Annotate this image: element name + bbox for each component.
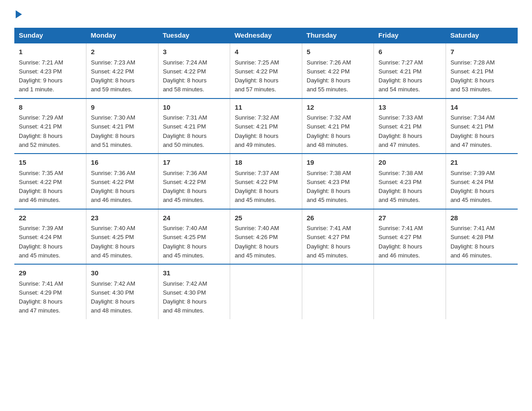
day-number: 9 [91, 103, 154, 113]
sunrise-info: Sunrise: 7:36 AM [163, 170, 207, 176]
weekday-header-saturday: Saturday [446, 28, 518, 43]
sunset-info: Sunset: 4:27 PM [378, 234, 421, 240]
sunrise-info: Sunrise: 7:25 AM [235, 59, 279, 66]
sunrise-info: Sunrise: 7:40 AM [163, 225, 207, 231]
daylight-info: Daylight: 9 hours [19, 77, 63, 84]
daylight-info: Daylight: 8 hours [307, 188, 351, 194]
sunset-info: Sunset: 4:21 PM [378, 123, 421, 130]
sunset-info: Sunset: 4:28 PM [450, 234, 493, 240]
calendar-day-19: 19 Sunrise: 7:38 AM Sunset: 4:23 PM Dayl… [302, 154, 374, 209]
daylight-info: Daylight: 8 hours [235, 243, 279, 250]
calendar-day-15: 15 Sunrise: 7:35 AM Sunset: 4:22 PM Dayl… [14, 154, 86, 209]
day-number: 19 [307, 158, 369, 168]
daylight-info2: and 45 minutes. [307, 252, 348, 259]
daylight-info: Daylight: 8 hours [307, 77, 351, 84]
daylight-info: Daylight: 8 hours [19, 298, 63, 305]
sunset-info: Sunset: 4:25 PM [91, 234, 134, 240]
daylight-info2: and 45 minutes. [163, 252, 205, 259]
sunset-info: Sunset: 4:24 PM [450, 179, 493, 185]
daylight-info2: and 48 minutes. [307, 141, 348, 148]
calendar-day-25: 25 Sunrise: 7:40 AM Sunset: 4:26 PM Dayl… [230, 209, 302, 265]
calendar-day-empty [230, 264, 302, 319]
daylight-info: Daylight: 8 hours [450, 133, 494, 139]
daylight-info: Daylight: 8 hours [91, 243, 135, 250]
day-number: 17 [163, 158, 226, 168]
sunrise-info: Sunrise: 7:41 AM [378, 225, 423, 231]
calendar-day-26: 26 Sunrise: 7:41 AM Sunset: 4:27 PM Dayl… [302, 209, 374, 265]
day-number: 10 [163, 103, 226, 113]
sunrise-info: Sunrise: 7:38 AM [378, 170, 423, 176]
day-number: 24 [163, 213, 226, 223]
sunset-info: Sunset: 4:29 PM [19, 289, 62, 296]
day-number: 4 [235, 47, 297, 57]
daylight-info2: and 47 minutes. [450, 141, 492, 148]
sunrise-info: Sunrise: 7:34 AM [450, 114, 495, 121]
weekday-header-thursday: Thursday [302, 28, 374, 43]
calendar-day-1: 1 Sunrise: 7:21 AM Sunset: 4:23 PM Dayli… [14, 43, 86, 98]
sunset-info: Sunset: 4:21 PM [450, 123, 493, 130]
sunset-info: Sunset: 4:30 PM [91, 289, 134, 296]
calendar-day-8: 8 Sunrise: 7:29 AM Sunset: 4:21 PM Dayli… [14, 98, 86, 154]
calendar-day-2: 2 Sunrise: 7:23 AM Sunset: 4:22 PM Dayli… [86, 43, 159, 98]
weekday-header-wednesday: Wednesday [230, 28, 302, 43]
day-number: 12 [307, 103, 369, 113]
daylight-info: Daylight: 8 hours [91, 188, 135, 194]
sunrise-info: Sunrise: 7:41 AM [450, 225, 495, 231]
daylight-info2: and 45 minutes. [307, 197, 348, 203]
logo-arrow-icon [16, 10, 22, 18]
day-number: 13 [378, 103, 441, 113]
day-number: 26 [307, 213, 369, 223]
day-number: 3 [163, 47, 226, 57]
daylight-info2: and 53 minutes. [450, 86, 492, 93]
sunset-info: Sunset: 4:21 PM [450, 68, 493, 75]
sunset-info: Sunset: 4:27 PM [307, 234, 350, 240]
calendar-day-13: 13 Sunrise: 7:33 AM Sunset: 4:21 PM Dayl… [374, 98, 446, 154]
sunrise-info: Sunrise: 7:23 AM [91, 59, 135, 66]
sunrise-info: Sunrise: 7:27 AM [378, 59, 423, 66]
daylight-info2: and 46 minutes. [91, 197, 133, 203]
day-number: 22 [19, 213, 82, 223]
weekday-header-tuesday: Tuesday [158, 28, 230, 43]
sunset-info: Sunset: 4:26 PM [235, 234, 278, 240]
daylight-info2: and 49 minutes. [235, 141, 276, 148]
calendar-week-2: 8 Sunrise: 7:29 AM Sunset: 4:21 PM Dayli… [14, 98, 518, 154]
daylight-info: Daylight: 8 hours [235, 77, 279, 84]
daylight-info: Daylight: 8 hours [235, 188, 279, 194]
daylight-info2: and 46 minutes. [378, 252, 420, 259]
sunrise-info: Sunrise: 7:42 AM [91, 280, 135, 287]
daylight-info: Daylight: 8 hours [163, 77, 207, 84]
daylight-info2: and 46 minutes. [450, 252, 492, 259]
calendar-day-empty [446, 264, 518, 319]
daylight-info2: and 47 minutes. [19, 307, 60, 314]
daylight-info: Daylight: 8 hours [378, 243, 422, 250]
sunset-info: Sunset: 4:21 PM [91, 123, 134, 130]
sunset-info: Sunset: 4:21 PM [307, 123, 350, 130]
calendar-day-7: 7 Sunrise: 7:28 AM Sunset: 4:21 PM Dayli… [446, 43, 518, 98]
daylight-info2: and 55 minutes. [307, 86, 348, 93]
day-number: 5 [307, 47, 369, 57]
sunrise-info: Sunrise: 7:40 AM [91, 225, 135, 231]
day-number: 27 [378, 213, 441, 223]
daylight-info2: and 54 minutes. [378, 86, 420, 93]
sunset-info: Sunset: 4:21 PM [235, 123, 278, 130]
sunrise-info: Sunrise: 7:37 AM [235, 170, 279, 176]
daylight-info2: and 45 minutes. [19, 252, 60, 259]
calendar-week-4: 22 Sunrise: 7:39 AM Sunset: 4:24 PM Dayl… [14, 209, 518, 265]
sunrise-info: Sunrise: 7:26 AM [307, 59, 351, 66]
day-number: 20 [378, 158, 441, 168]
page-header [14, 11, 518, 19]
daylight-info: Daylight: 8 hours [450, 77, 494, 84]
calendar-day-27: 27 Sunrise: 7:41 AM Sunset: 4:27 PM Dayl… [374, 209, 446, 265]
calendar-day-21: 21 Sunrise: 7:39 AM Sunset: 4:24 PM Dayl… [446, 154, 518, 209]
daylight-info2: and 59 minutes. [91, 86, 133, 93]
sunset-info: Sunset: 4:23 PM [19, 68, 62, 75]
calendar-day-11: 11 Sunrise: 7:32 AM Sunset: 4:21 PM Dayl… [230, 98, 302, 154]
daylight-info: Daylight: 8 hours [378, 77, 422, 84]
sunrise-info: Sunrise: 7:33 AM [378, 114, 423, 121]
daylight-info: Daylight: 8 hours [307, 243, 351, 250]
daylight-info2: and 48 minutes. [91, 307, 133, 314]
day-number: 25 [235, 213, 297, 223]
daylight-info: Daylight: 8 hours [19, 133, 63, 139]
sunrise-info: Sunrise: 7:39 AM [450, 170, 495, 176]
day-number: 2 [91, 47, 154, 57]
